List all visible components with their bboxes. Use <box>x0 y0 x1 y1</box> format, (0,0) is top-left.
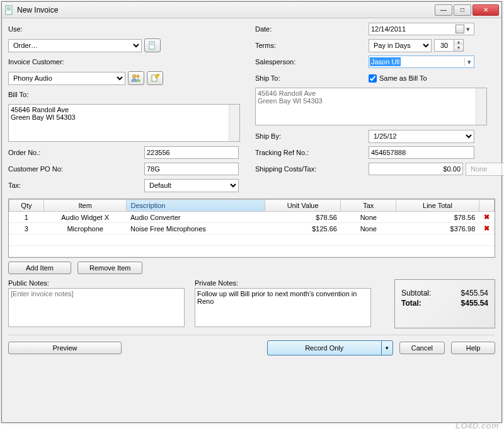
watermark: LO4D.com <box>455 421 499 430</box>
use-select[interactable]: Order… <box>8 39 142 52</box>
svg-rect-4 <box>149 42 154 49</box>
same-as-bill-checkbox[interactable] <box>369 74 377 83</box>
ship-by-label: Ship By: <box>255 132 369 140</box>
window-content: Use: Order… Invoice Customer: Phony Audi… <box>2 18 501 422</box>
ship-by-select[interactable]: 1/25/12 <box>369 130 474 143</box>
salesperson-label: Salesperson: <box>255 58 369 66</box>
tax-label: Tax: <box>8 182 144 189</box>
col-qty[interactable]: Qty <box>9 200 44 212</box>
public-notes-textarea[interactable] <box>8 288 185 327</box>
salesperson-value: Jason Ull <box>370 57 401 66</box>
bill-to-label: Bill To: <box>8 91 71 98</box>
private-notes-textarea[interactable]: Follow up will Bill prior to next month'… <box>195 288 371 327</box>
window-frame: New Invoice — □ ✕ Use: Order… Invoice Cu… <box>1 1 502 423</box>
tax-select[interactable]: Default <box>144 179 239 192</box>
delete-row-icon[interactable]: ✖ <box>479 212 494 223</box>
people-icon <box>131 74 141 83</box>
col-tax[interactable]: Tax <box>341 200 396 212</box>
chevron-down-icon[interactable]: ▾ <box>464 25 472 33</box>
title-bar: New Invoice — □ ✕ <box>2 2 501 18</box>
ship-cost-input[interactable] <box>369 163 463 175</box>
table-row[interactable]: 3 Microphone Noise Free Microphones $125… <box>9 223 495 234</box>
customer-lookup-button[interactable] <box>128 71 144 85</box>
col-item[interactable]: Item <box>43 200 127 212</box>
line-items-grid[interactable]: Qty Item Description Unit Value Tax Line… <box>8 199 495 258</box>
tracking-label: Tracking Ref No.: <box>255 149 369 156</box>
window-title: New Invoice <box>17 6 433 14</box>
use-document-button[interactable] <box>144 38 161 52</box>
order-no-label: Order No.: <box>8 149 144 156</box>
close-button[interactable]: ✕ <box>472 4 499 16</box>
use-label: Use: <box>8 25 71 33</box>
col-line-total[interactable]: Line Total <box>396 200 479 212</box>
ship-to-label: Ship To: <box>255 74 369 82</box>
public-notes-label: Public Notes: <box>8 279 185 287</box>
customer-label: Invoice Customer: <box>8 58 71 66</box>
delete-row-icon[interactable]: ✖ <box>479 223 494 234</box>
private-notes-label: Private Notes: <box>195 279 371 287</box>
svg-point-7 <box>133 75 136 78</box>
total-label: Total: <box>401 299 421 308</box>
customer-edit-button[interactable] <box>147 71 163 85</box>
spin-down-icon[interactable]: ▼ <box>454 45 463 51</box>
add-item-button[interactable]: Add Item <box>8 262 71 274</box>
order-no-input[interactable] <box>144 146 239 159</box>
terms-label: Terms: <box>255 42 369 49</box>
bill-to-text: 45646 Randoll Ave Green Bay WI 54303 <box>11 106 238 121</box>
customer-select[interactable]: Phony Audio <box>8 72 125 85</box>
table-row[interactable] <box>9 234 495 246</box>
ship-to-text: 45646 Randoll Ave Green Bay WI 54303 <box>258 89 484 105</box>
totals-panel: Subtotal: $455.54 Total: $455.54 <box>394 279 495 328</box>
same-as-bill-label: Same as Bill To <box>379 74 427 82</box>
chevron-down-icon[interactable]: ▼ <box>381 341 392 355</box>
table-row[interactable] <box>9 246 495 257</box>
document-icon <box>148 41 157 50</box>
date-label: Date: <box>255 25 369 33</box>
chevron-down-icon[interactable]: ▾ <box>464 58 474 66</box>
po-label: Customer PO No: <box>8 165 144 173</box>
salesperson-select[interactable]: Jason Ull ▾ <box>369 55 474 68</box>
right-column: Date: 12/14/2011 ▾ Terms: Pay in Days ▲▼ <box>255 22 504 195</box>
edit-icon <box>151 74 159 83</box>
terms-days-input[interactable] <box>434 39 454 52</box>
svg-point-8 <box>137 75 139 78</box>
scrollbar <box>476 88 486 125</box>
terms-select[interactable]: Pay in Days <box>369 39 432 52</box>
po-input[interactable] <box>144 163 239 175</box>
subtotal-value: $455.54 <box>461 289 488 297</box>
ship-cost-label: Shipping Costs/Tax: <box>255 165 369 173</box>
preview-button[interactable]: Preview <box>8 342 122 354</box>
minimize-button[interactable]: — <box>435 4 452 16</box>
grid-header-row: Qty Item Description Unit Value Tax Line… <box>9 200 495 212</box>
remove-item-button[interactable]: Remove Item <box>77 262 142 274</box>
maximize-button[interactable]: □ <box>454 4 471 16</box>
spin-up-icon[interactable]: ▲ <box>454 40 463 45</box>
table-row[interactable]: 1 Audio Widget X Audio Converter $78.56 … <box>9 212 495 223</box>
total-value: $455.54 <box>461 299 488 308</box>
help-button[interactable]: Help <box>451 342 495 354</box>
col-delete <box>479 200 494 212</box>
app-icon <box>4 5 14 15</box>
cancel-button[interactable]: Cancel <box>399 342 445 354</box>
date-input[interactable]: 12/14/2011 ▾ <box>369 23 474 35</box>
col-description[interactable]: Description <box>127 200 265 212</box>
calendar-icon[interactable] <box>455 25 464 33</box>
left-column: Use: Order… Invoice Customer: Phony Audi… <box>8 22 240 195</box>
ship-cost-tax-select: None <box>466 163 504 176</box>
terms-days-stepper[interactable]: ▲▼ <box>434 39 464 52</box>
col-unit-value[interactable]: Unit Value <box>265 200 341 212</box>
ship-to-textarea: 45646 Randoll Ave Green Bay WI 54303 <box>255 88 487 125</box>
tracking-input[interactable] <box>369 146 474 159</box>
record-button[interactable]: Record Only ▼ <box>267 340 393 355</box>
subtotal-label: Subtotal: <box>401 289 431 297</box>
bill-to-textarea[interactable]: 45646 Randoll Ave Green Bay WI 54303 <box>8 104 240 142</box>
scrollbar[interactable] <box>229 105 239 141</box>
